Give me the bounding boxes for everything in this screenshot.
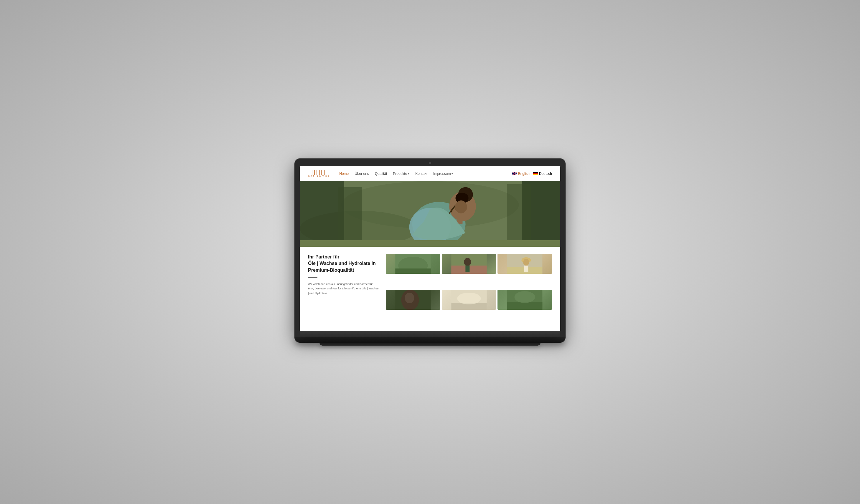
lang-english[interactable]: English	[512, 172, 530, 176]
hero-olive-bar	[300, 240, 560, 247]
svg-rect-4	[338, 187, 362, 240]
content-title: Ihr Partner für Öle | Wachse und Hydrola…	[308, 254, 379, 273]
lang-deutsch[interactable]: Deutsch	[533, 172, 552, 176]
laptop-wrapper: ||| |||| naturamus Home Über uns Qualitä…	[295, 158, 565, 346]
svg-rect-16	[395, 268, 431, 274]
produkte-dropdown-icon: ▾	[408, 172, 410, 175]
svg-point-12	[455, 201, 467, 213]
logo-icon: ||| ||||	[312, 169, 326, 175]
thumb-4-img	[386, 290, 440, 310]
thumb-2-img	[442, 254, 496, 274]
laptop-foot	[319, 343, 541, 346]
thumb-2[interactable]	[442, 254, 496, 274]
thumb-1[interactable]	[386, 254, 440, 274]
flag-uk-icon	[512, 172, 517, 175]
thumb-1-img	[386, 254, 440, 274]
website: ||| |||| naturamus Home Über uns Qualitä…	[300, 166, 560, 331]
svg-rect-6	[507, 184, 530, 240]
laptop-camera	[429, 162, 431, 164]
thumb-6[interactable]	[498, 290, 552, 310]
nav-impressum[interactable]: Impressum ▾	[433, 172, 453, 176]
nav-links: Home Über uns Qualität Produkte ▾ Kontak…	[339, 172, 512, 176]
thumb-5-img	[442, 290, 496, 310]
logo-text: naturamus	[308, 175, 330, 178]
navigation: ||| |||| naturamus Home Über uns Qualitä…	[300, 166, 560, 181]
image-grid	[386, 254, 552, 324]
thumb-6-img	[498, 290, 552, 310]
content-divider	[308, 277, 317, 278]
laptop-screen: ||| |||| naturamus Home Über uns Qualitä…	[300, 166, 560, 331]
content-left: Ihr Partner für Öle | Wachse und Hydrola…	[308, 254, 379, 324]
svg-point-34	[515, 291, 535, 303]
flag-de-icon	[533, 172, 538, 175]
svg-point-24	[524, 259, 529, 266]
thumb-4[interactable]	[386, 290, 440, 310]
nav-ueber-uns[interactable]: Über uns	[355, 172, 369, 176]
svg-point-28	[405, 293, 414, 303]
hero-svg	[300, 181, 560, 240]
thumb-3[interactable]	[498, 254, 552, 274]
svg-rect-3	[300, 181, 344, 240]
svg-rect-25	[524, 266, 528, 272]
svg-rect-20	[465, 266, 470, 272]
language-switcher: English Deutsch	[512, 172, 552, 176]
content-section: Ihr Partner für Öle | Wachse und Hydrola…	[300, 247, 560, 331]
hero-image	[300, 181, 560, 240]
svg-rect-33	[507, 302, 543, 310]
svg-point-31	[457, 293, 481, 305]
nav-qualitaet[interactable]: Qualität	[375, 172, 387, 176]
laptop-body: ||| |||| naturamus Home Über uns Qualitä…	[295, 158, 565, 337]
laptop-base	[300, 331, 560, 337]
impressum-dropdown-icon: ▾	[452, 172, 453, 175]
thumb-3-img	[498, 254, 552, 274]
thumb-5[interactable]	[442, 290, 496, 310]
nav-home[interactable]: Home	[339, 172, 349, 176]
logo[interactable]: ||| |||| naturamus	[308, 169, 330, 178]
laptop-stand	[295, 337, 565, 343]
content-description: Wir verstehen uns als Lösungsfinder und …	[308, 282, 379, 295]
nav-kontakt[interactable]: Kontakt	[415, 172, 427, 176]
svg-point-19	[464, 258, 471, 266]
nav-produkte[interactable]: Produkte ▾	[393, 172, 410, 176]
